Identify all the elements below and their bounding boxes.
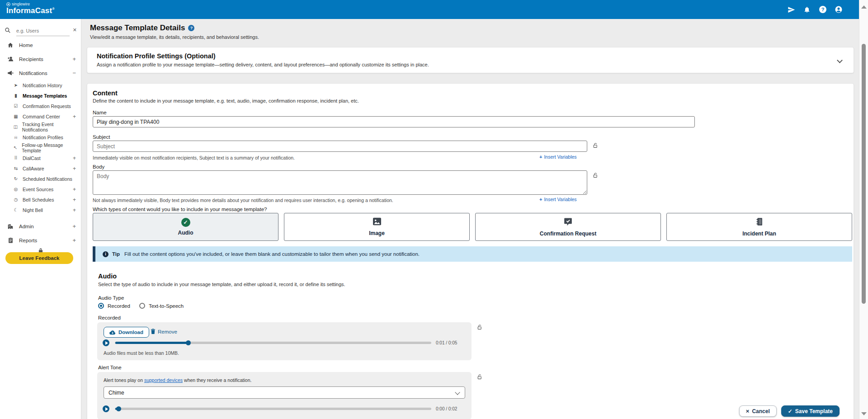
megaphone-icon — [6, 70, 14, 76]
name-input[interactable] — [93, 116, 695, 127]
type-card-incident-plan[interactable]: Incident Plan — [666, 213, 852, 241]
progress-thumb[interactable] — [116, 406, 121, 411]
help-icon[interactable]: ? — [819, 5, 827, 14]
sidebar-item-notifications[interactable]: Notifications − — [0, 66, 81, 80]
sidebar-item-follow-up-message-template[interactable]: ↖ Follow-up Message Template — [0, 142, 81, 153]
expand-plus-icon[interactable]: + — [73, 207, 76, 213]
radio-text-to-speech[interactable] — [139, 303, 145, 309]
sidebar-item-notification-history[interactable]: ➤ Notification History — [0, 80, 81, 90]
type-card-image[interactable]: Image — [284, 213, 470, 241]
alert-tone-label: Alert Tone — [98, 365, 122, 370]
supported-devices-link[interactable]: supported devices — [144, 377, 183, 383]
tone-progress-slider[interactable] — [115, 408, 431, 410]
sidebar-item-command-center[interactable]: ▦ Command Center + — [0, 111, 81, 122]
radio-text-to-speech-label: Text-to-Speech — [149, 303, 184, 309]
account-icon[interactable] — [835, 5, 843, 14]
send-icon[interactable] — [787, 5, 795, 14]
trash-icon — [151, 329, 156, 334]
insert-variables-label: Insert Variables — [544, 154, 576, 160]
call-arrows-icon: ⇆ — [13, 166, 19, 171]
cancel-label: Cancel — [752, 408, 769, 414]
insert-variables-label: Insert Variables — [544, 197, 576, 202]
sidebar-item-scheduled-notifications[interactable]: ↻ Scheduled Notifications — [0, 174, 81, 184]
collapse-minus-icon[interactable]: − — [72, 70, 76, 76]
content-card: Content Define the content to include in… — [87, 83, 854, 419]
scrollbar-thumb[interactable] — [862, 44, 866, 304]
notification-profile-settings-panel[interactable]: Notification Profile Settings (Optional)… — [87, 47, 854, 73]
expand-plus-icon[interactable]: + — [72, 223, 76, 230]
leave-feedback-button[interactable]: Leave Feedback — [5, 252, 73, 264]
type-card-label: Audio — [178, 230, 193, 236]
expand-plus-icon[interactable]: + — [73, 155, 76, 161]
cancel-button[interactable]: × Cancel — [739, 405, 777, 417]
alert-tone-select[interactable]: Chime — [104, 386, 465, 399]
scrollbar-up-arrow[interactable] — [861, 5, 867, 9]
expand-plus-icon[interactable]: + — [73, 197, 76, 203]
singlewire-logo: singlewire — [6, 2, 55, 6]
type-card-label: Image — [369, 230, 385, 236]
sidebar-item-label: Event Sources — [23, 187, 53, 192]
remove-button[interactable]: Remove — [151, 329, 177, 334]
sidebar-item-message-templates[interactable]: ▮ Message Templates — [0, 90, 81, 101]
expand-plus-icon[interactable]: + — [72, 56, 76, 62]
reply-arrow-icon: ↖ — [13, 145, 18, 150]
sidebar-item-event-sources[interactable]: ◎ Event Sources + — [0, 184, 81, 194]
subject-input[interactable] — [93, 141, 587, 152]
tip-text: Fill out the content options you've incl… — [124, 251, 420, 257]
type-card-confirmation-request[interactable]: Confirmation Request — [475, 213, 661, 241]
expand-plus-icon[interactable]: + — [73, 113, 76, 120]
subject-helper: Immediately visible on most notification… — [93, 155, 295, 160]
sidebar-item-night-bell[interactable]: ☾ Night Bell + — [0, 205, 81, 215]
expand-plus-icon[interactable]: + — [72, 237, 76, 244]
radio-recorded[interactable] — [98, 303, 104, 309]
page-scrollbar — [859, 0, 868, 419]
page-help-icon[interactable]: ? — [188, 25, 194, 31]
play-icon[interactable] — [103, 339, 109, 346]
notifications-bell-icon[interactable] — [803, 5, 811, 14]
play-icon[interactable] — [103, 405, 109, 412]
insert-variables-link-body[interactable]: + Insert Variables — [539, 197, 577, 202]
save-template-button[interactable]: ✓ Save Template — [781, 405, 840, 417]
insert-variables-link-subject[interactable]: + Insert Variables — [539, 154, 577, 160]
scrollbar-down-arrow[interactable] — [861, 412, 867, 415]
progress-thumb[interactable] — [186, 340, 191, 345]
unlock-icon — [593, 172, 599, 180]
sidebar-item-label: Scheduled Notifications — [23, 176, 72, 182]
expand-plus-icon[interactable]: + — [73, 165, 76, 172]
clipboard-icon — [6, 237, 14, 244]
search-input[interactable] — [16, 25, 70, 36]
progress-fill — [115, 342, 188, 344]
expand-plus-icon[interactable]: + — [73, 186, 76, 193]
type-card-audio[interactable]: ✓ Audio — [93, 213, 278, 241]
sidebar-item-notification-profiles[interactable]: ⍾ Notification Profiles — [0, 132, 81, 142]
refresh-clock-icon: ↻ — [13, 176, 19, 181]
download-button[interactable]: Download — [104, 327, 149, 338]
sidebar-item-admin[interactable]: Admin + — [0, 219, 81, 233]
search-clear-icon[interactable]: ✕ — [73, 27, 77, 33]
alert-tone-helper: Alert tones play on supported devices wh… — [104, 377, 251, 383]
brand-logo: singlewire InformaCast® — [6, 2, 55, 15]
sidebar-item-bell-schedules[interactable]: ◷ Bell Schedules + — [0, 194, 81, 205]
grid-icon: ▦ — [13, 114, 19, 119]
sidebar-item-tracking-event-notifications[interactable]: ◫ Tracking Event Notifications — [0, 122, 81, 132]
sidebar-item-confirmation-requests[interactable]: ☑ Confirmation Requests — [0, 101, 81, 111]
sidebar-item-callaware[interactable]: ⇆ CallAware + — [0, 163, 81, 174]
bell-icon: ⍾ — [13, 135, 19, 140]
check-icon: ✓ — [788, 408, 793, 414]
recorded-label: Recorded — [98, 315, 121, 320]
sidebar-item-label: Notification History — [23, 83, 62, 88]
body-textarea[interactable] — [93, 170, 587, 195]
audio-progress-slider[interactable] — [115, 342, 431, 344]
body-label: Body — [93, 164, 104, 169]
sidebar-item-reports[interactable]: Reports + — [0, 233, 81, 247]
chevron-down-icon[interactable] — [837, 57, 843, 63]
audio-section-title: Audio — [98, 273, 117, 280]
header-actions: ? — [787, 0, 843, 19]
sidebar-item-home[interactable]: Home — [0, 38, 81, 52]
sidebar-item-label: Bell Schedules — [23, 197, 54, 202]
sidebar-item-recipients[interactable]: Recipients + — [0, 52, 81, 66]
panel-title: Notification Profile Settings (Optional) — [97, 52, 216, 60]
content-type-cards: ✓ Audio Image Confirmation Request Incid… — [93, 213, 852, 241]
footer-actions: × Cancel ✓ Save Template — [739, 405, 840, 417]
sidebar-item-dialcast[interactable]: ⠿ DialCast + — [0, 153, 81, 163]
